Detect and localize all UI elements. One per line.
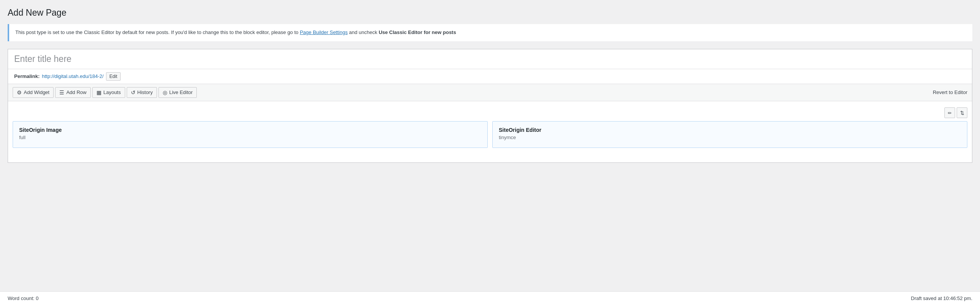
widget-actions-row bbox=[13, 107, 967, 118]
widget-box-editor: SiteOrigin Editor tinymce bbox=[492, 121, 967, 148]
revert-to-editor-button[interactable]: Revert to Editor bbox=[933, 88, 967, 97]
widgets-row: SiteOrigin Image full SiteOrigin Editor … bbox=[13, 121, 967, 148]
widget-box-image: SiteOrigin Image full bbox=[13, 121, 488, 148]
word-count: Word count: 0 bbox=[8, 295, 39, 301]
layouts-label: Layouts bbox=[103, 89, 121, 95]
add-row-button[interactable]: Add Row bbox=[55, 87, 91, 98]
notice-text-after: and uncheck bbox=[348, 29, 379, 35]
layouts-icon bbox=[96, 89, 101, 96]
history-label: History bbox=[137, 89, 153, 95]
notice-bold-text: Use Classic Editor for new posts bbox=[379, 29, 456, 35]
history-button[interactable]: History bbox=[127, 87, 157, 98]
widget-subtitle-editor: tinymce bbox=[499, 135, 961, 140]
add-row-label: Add Row bbox=[66, 89, 87, 95]
edit-widget-button[interactable] bbox=[944, 107, 955, 118]
add-widget-button[interactable]: Add Widget bbox=[13, 87, 54, 98]
permalink-row: Permalink: http://digital.utah.edu/184-2… bbox=[8, 69, 972, 84]
history-icon bbox=[131, 89, 136, 96]
pencil-icon bbox=[948, 110, 952, 116]
toolbar-left: Add Widget Add Row Layouts History Live … bbox=[13, 87, 197, 98]
status-bar: Word count: 0 Draft saved at 10:46:52 pm… bbox=[0, 291, 980, 305]
page-title-input[interactable] bbox=[8, 49, 972, 69]
widget-subtitle-image: full bbox=[19, 135, 481, 140]
add-widget-label: Add Widget bbox=[24, 89, 49, 95]
live-editor-icon bbox=[163, 89, 167, 96]
permalink-edit-button[interactable]: Edit bbox=[106, 72, 121, 81]
widget-title-image: SiteOrigin Image bbox=[19, 127, 481, 133]
rows-icon bbox=[59, 89, 64, 96]
builder-toolbar: Add Widget Add Row Layouts History Live … bbox=[8, 84, 972, 101]
editor-container: Permalink: http://digital.utah.edu/184-2… bbox=[8, 49, 972, 163]
notice-text-before: This post type is set to use the Classic… bbox=[15, 29, 300, 35]
page-builder-settings-link[interactable]: Page Builder Settings bbox=[300, 29, 348, 35]
layouts-button[interactable]: Layouts bbox=[92, 87, 125, 98]
builder-area: SiteOrigin Image full SiteOrigin Editor … bbox=[8, 101, 972, 162]
live-editor-label: Live Editor bbox=[169, 89, 193, 95]
widget-title-editor: SiteOrigin Editor bbox=[499, 127, 961, 133]
permalink-url[interactable]: http://digital.utah.edu/184-2/ bbox=[42, 73, 103, 79]
arrows-icon bbox=[960, 110, 964, 116]
reorder-widget-button[interactable] bbox=[957, 107, 967, 118]
page-title: Add New Page bbox=[8, 8, 972, 18]
notice-banner: This post type is set to use the Classic… bbox=[8, 24, 972, 41]
draft-saved: Draft saved at 10:46:52 pm. bbox=[911, 295, 972, 301]
live-editor-button[interactable]: Live Editor bbox=[158, 87, 197, 98]
gear-icon bbox=[17, 89, 22, 96]
permalink-label: Permalink: bbox=[14, 73, 39, 79]
